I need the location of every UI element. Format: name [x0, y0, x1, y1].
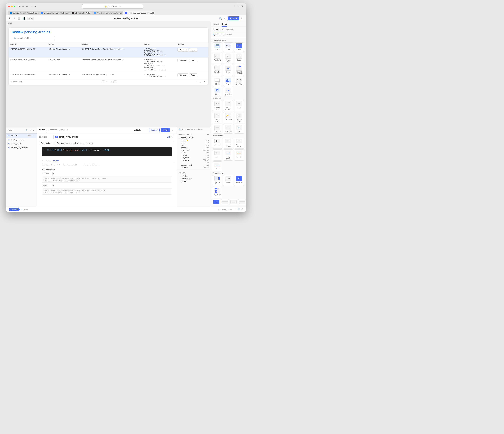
modules-tab[interactable]: Modules [226, 27, 233, 32]
comp-editable-text-area[interactable]: T≡ ✏ Editable Text Area [223, 100, 233, 111]
table-item-articles[interactable]: › articles [179, 175, 209, 177]
refresh-schema-button[interactable]: ↻ [207, 133, 209, 136]
extensions-button[interactable]: ⊞ [241, 4, 244, 9]
next-page-button[interactable]: › [113, 80, 117, 83]
components-tab[interactable]: Components [213, 27, 224, 32]
failure-add-button[interactable]: + [52, 184, 54, 187]
query-tab-general[interactable]: General [39, 128, 46, 132]
comp-rating[interactable]: ★★☆ Rating [234, 149, 244, 161]
layout-button-2[interactable]: ⊟ [26, 4, 29, 9]
comp-cascader[interactable]: — › ▾ Cascader [223, 175, 233, 186]
table-item-embeddings[interactable]: › embeddings [179, 177, 209, 180]
comp-text[interactable]: M↵ Text [223, 42, 233, 52]
comp-extra-2[interactable] [221, 199, 229, 205]
table-search-container[interactable]: 🔍 [12, 36, 55, 40]
table-search-input[interactable] [17, 37, 53, 39]
trash-button-2[interactable]: Trash [189, 59, 198, 62]
comp-tabbed[interactable]: Tabbed Container [234, 65, 244, 76]
comp-text-input-2[interactable]: T — Text Input [223, 124, 233, 133]
browser-tab-gcp[interactable]: VM instances – Compute Engine – phx-nghi… [39, 11, 70, 15]
browser-tab-retool[interactable]: Review pending articles | Editor | Retoo… [123, 11, 154, 15]
share-icon-button[interactable]: ⬆ [233, 4, 236, 9]
table-item-status[interactable]: › status [179, 180, 209, 183]
comp-extra-4[interactable] [238, 199, 246, 205]
code-item-change-to-reviewed[interactable]: ⊞ change_to_reviewed [6, 146, 37, 149]
comp-select[interactable]: — ▾ Select [234, 53, 244, 64]
comp-range-slider[interactable]: Range Slider [223, 149, 233, 161]
tablet-icon-button[interactable]: ⬜ [17, 17, 21, 20]
browser-tab-kafka[interactable]: UI for Apache Kafka [70, 11, 92, 15]
sidebar-toggle-button[interactable]: ⊞ [18, 4, 21, 9]
comp-checkbox-group[interactable]: Checkbox Group [213, 187, 222, 198]
code-item-more[interactable]: ⋯ [33, 135, 35, 137]
comp-form[interactable]: Form [223, 65, 233, 76]
browser-tab-azure[interactable]: Select a VM size - Microsoft Azure [8, 11, 39, 15]
query-tab-response[interactable]: Response [49, 128, 57, 132]
relevant-button-2[interactable]: Relevant [178, 59, 188, 62]
schema-search[interactable]: 🔍 [177, 127, 210, 132]
fullscreen-button[interactable] [14, 6, 15, 7]
prev-page-button[interactable]: ‹ [102, 80, 105, 83]
browser-tab-markdown[interactable]: Markdown Tables generator - TablesGenera… [92, 11, 123, 15]
table-row[interactable]: INFOB00002023 0501ej51000c8 InfectiousDi… [9, 72, 208, 79]
mode-select[interactable]: SQL mode ▾ [39, 141, 53, 145]
more-options-button[interactable]: ⋯ [241, 17, 244, 20]
comp-table[interactable]: Table [213, 42, 222, 52]
relevant-button-3[interactable]: Relevant [178, 73, 188, 77]
preview-button[interactable]: Preview [149, 128, 160, 132]
comp-number-input-2[interactable]: # — Number Input [234, 138, 244, 148]
resource-select[interactable]: ⊞ pending-review-articles Edit ▾ [54, 135, 174, 139]
download-button[interactable]: ⬇ [196, 80, 198, 84]
comp-password[interactable]: 🔑— Password [223, 112, 233, 123]
comp-editable-number[interactable]: # ✏ Editable Number [223, 138, 233, 148]
query-more-button[interactable]: ⋯ [144, 128, 148, 132]
components-search-input[interactable] [216, 34, 244, 36]
forward-button[interactable]: › [34, 4, 37, 8]
preview-icon-button[interactable]: ⊡ [224, 17, 227, 20]
zoom-display[interactable]: 100% [27, 17, 34, 20]
query-tab-advanced[interactable]: Advanced [59, 128, 68, 132]
create-tab[interactable]: Create [222, 22, 227, 27]
comp-email[interactable]: ✉ Email [234, 100, 244, 111]
sql-editor[interactable]: 1 SELECT * FROM "pending_review" WHERE [42, 147, 172, 156]
comp-extra-3[interactable]: —·— [230, 199, 237, 205]
schema-search-input[interactable] [182, 129, 209, 130]
expand-button[interactable]: ⤢ [171, 128, 174, 132]
address-bar[interactable]: 🔒 phac.retool.com [82, 4, 143, 9]
code-item-getData[interactable]: ⊞ getData 0.6s ⋯ [6, 133, 37, 138]
comp-json-editor[interactable]: {} JSON Editor [213, 112, 222, 123]
comp-rich-text-editor[interactable]: BIU Rich Text Editor [234, 112, 244, 123]
share-button[interactable]: ⇗ Share [228, 17, 239, 20]
comp-numberinput[interactable]: # — Number Input [223, 53, 233, 64]
comp-extra-1[interactable]: ✓ [213, 199, 220, 205]
comp-button-group[interactable]: Button Group [213, 175, 222, 186]
inspect-tab[interactable]: Inspect [213, 22, 219, 27]
table-row[interactable]: KBSWNE00202305 01ej510008h OtherDiseases… [9, 58, 208, 72]
comp-modal[interactable]: Modal [213, 77, 222, 86]
refresh-table-button[interactable]: ↻ [203, 80, 206, 84]
trash-button-1[interactable]: Trash [189, 48, 198, 52]
comp-slider[interactable]: Slider [213, 161, 222, 171]
comp-editable-text[interactable]: T— ✏ Editable Text [213, 100, 222, 111]
relevant-button-1[interactable]: Relevant [178, 48, 188, 52]
code-add-button[interactable]: + [32, 129, 35, 132]
search-icon-button[interactable]: 🔍 [218, 17, 222, 20]
success-add-button[interactable]: + [52, 172, 54, 175]
comp-percent[interactable]: %— Percent [213, 149, 222, 161]
comp-chart[interactable]: Chart [223, 77, 233, 86]
close-button[interactable] [8, 6, 10, 7]
table-row[interactable]: EURAUT00202305 01ej5100439 InfectiousDis… [9, 47, 208, 58]
comp-text-area[interactable]: Text Area [213, 124, 222, 133]
minimize-button[interactable] [11, 6, 13, 7]
filter-button[interactable]: ⊟ [199, 80, 202, 84]
comp-url[interactable]: 🔗— URL [234, 124, 244, 133]
comp-navigation[interactable]: Navigation [223, 87, 233, 96]
components-search[interactable]: 🔍 [211, 32, 246, 37]
desktop-icon-button[interactable]: 🖥 [12, 17, 16, 20]
mobile-icon-button[interactable]: 📱 [22, 17, 26, 20]
env-badge[interactable]: production [9, 208, 19, 211]
trash-button-3[interactable]: Trash [189, 73, 198, 77]
schema-table-header[interactable]: ▼ pending_review [179, 136, 209, 139]
comp-container[interactable]: [ ] Container [213, 65, 222, 76]
code-search-button[interactable]: 🔍 [25, 129, 28, 132]
